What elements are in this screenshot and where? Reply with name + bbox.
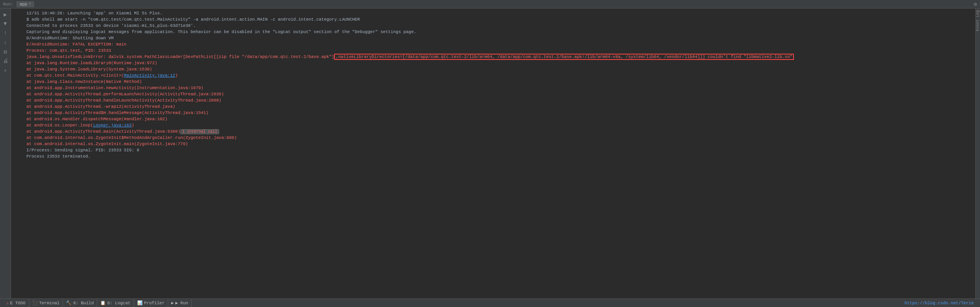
console-line: D/AndroidRuntime: Shutting down VM: [11, 35, 975, 41]
run-controls-toolbar: ▶ ▼ ↑ ↓ ⊟ 🖨 ⚡: [0, 9, 11, 298]
console-line: Capturing and displaying logcat messages…: [11, 29, 975, 35]
app-tab-label: app: [19, 2, 27, 7]
console-line: at com.android.internal.os.ZygoteInit$Me…: [11, 135, 975, 141]
console-output[interactable]: 12/31 10:40:26: Launching 'app' on Xiaom…: [11, 9, 975, 298]
console-line: I/Process: Sending signal. PID: 23533 SI…: [11, 147, 975, 153]
run-label: Run:: [3, 2, 13, 7]
status-bar: ⚠ E TODO ⬛ Terminal 🔨 6: Build 📋 6: Logc…: [0, 298, 980, 307]
run-icon: ▶: [171, 300, 174, 305]
todo-button[interactable]: ⚠ E TODO: [3, 299, 29, 307]
logcat-icon: 📋: [100, 300, 106, 305]
console-line: $ adb shell am start -n "com.qtc.test/co…: [11, 16, 975, 23]
profiler-button[interactable]: 📊 Profiler: [134, 299, 168, 307]
todo-label: E TODO: [10, 301, 26, 305]
console-line: at android.os.Looper.loop(Looper.java:16…: [11, 122, 975, 128]
main-area: ▶ ▼ ↑ ↓ ⊟ 🖨 ⚡ 12/31 10:40:26: Launching …: [0, 9, 980, 298]
logcat-label: 6: Logcat: [107, 301, 130, 305]
title-bar: Run: app × ⚙: [0, 0, 980, 9]
title-bar-left: Run: app ×: [3, 1, 974, 7]
profiler-label: Profiler: [144, 301, 165, 305]
title-bar-right: ⚙: [974, 1, 977, 7]
console-line: at android.app.ActivityThread.main(Activ…: [11, 128, 975, 135]
csdn-link: https://blog.csdn.net/Terie: [905, 301, 974, 305]
terminal-label: Terminal: [39, 301, 60, 305]
restart-button[interactable]: ▶: [1, 10, 10, 19]
terminal-button[interactable]: ⬛ Terminal: [29, 299, 63, 307]
console-line: java.lang.UnsatisfiedLinkError: dalvik.s…: [11, 54, 975, 60]
build-button[interactable]: 🔨 6: Build: [63, 299, 97, 307]
todo-icon: ⚠: [6, 301, 9, 305]
event-log-panel[interactable]: Event Log: [975, 9, 980, 298]
error-highlighted-text: ,nativeLibraryDirectories=[/data/app/com…: [334, 54, 794, 60]
down-button[interactable]: ↓: [1, 38, 10, 47]
console-line: at com.qtc.test.MainActivity.<clinit>(Ma…: [11, 72, 975, 79]
looper-link[interactable]: Looper.java:163: [93, 123, 132, 128]
console-line: 12/31 10:40:26: Launching 'app' on Xiaom…: [11, 10, 975, 16]
settings-icon[interactable]: ⚙: [974, 1, 977, 7]
console-line: at java.lang.Class.newInstance(Native Me…: [11, 79, 975, 85]
console-line: Connected to process 23533 on device 'xi…: [11, 23, 975, 29]
build-label: 6: Build: [73, 301, 94, 305]
console-line: at android.app.ActivityThread.-wrap12(Ac…: [11, 104, 975, 110]
console-line: at com.android.internal.os.ZygoteInit.ma…: [11, 141, 975, 147]
event-log-label: Event Log: [976, 10, 980, 31]
tab-close-icon[interactable]: ×: [29, 2, 31, 6]
settings-button[interactable]: ⚡: [1, 66, 10, 75]
console-line: E/AndroidRuntime: FATAL EXCEPTION: main: [11, 41, 975, 47]
run-panel: 12/31 10:40:26: Launching 'app' on Xiaom…: [11, 9, 975, 298]
app-tab[interactable]: app ×: [16, 1, 34, 7]
profiler-icon: 📊: [137, 300, 143, 305]
console-line: Process 23533 terminated.: [11, 153, 975, 160]
console-line: at java.lang.System.loadLibrary(System.j…: [11, 66, 975, 72]
run-label-status: ▶ Run: [175, 300, 188, 305]
status-right-link[interactable]: https://blog.csdn.net/Terie: [902, 301, 977, 305]
scroll-down-button[interactable]: ▼: [1, 19, 10, 28]
console-line: at android.app.ActivityThread$H.handleMe…: [11, 110, 975, 116]
logcat-button[interactable]: 📋 6: Logcat: [97, 299, 134, 307]
console-line: at android.os.Handler.dispatchMessage(Ha…: [11, 116, 975, 122]
console-line: Process: com.qtc.test, PID: 23533: [11, 47, 975, 54]
main-activity-link[interactable]: MainActivity.java:12: [124, 73, 175, 78]
clear-button[interactable]: ⊟: [1, 47, 10, 56]
console-line: at java.lang.Runtime.loadLibrary0(Runtim…: [11, 60, 975, 66]
print-button[interactable]: 🖨: [1, 57, 10, 65]
run-button[interactable]: ▶ ▶ Run: [168, 299, 192, 307]
internal-call-badge: 1 internal call: [180, 129, 219, 134]
up-button[interactable]: ↑: [1, 29, 10, 37]
build-icon: 🔨: [66, 300, 71, 305]
console-line: at android.app.Instrumentation.newActivi…: [11, 85, 975, 91]
console-line: at android.app.ActivityThread.handleLaun…: [11, 97, 975, 104]
console-line: at android.app.ActivityThread.performLau…: [11, 91, 975, 97]
terminal-icon: ⬛: [32, 300, 38, 305]
